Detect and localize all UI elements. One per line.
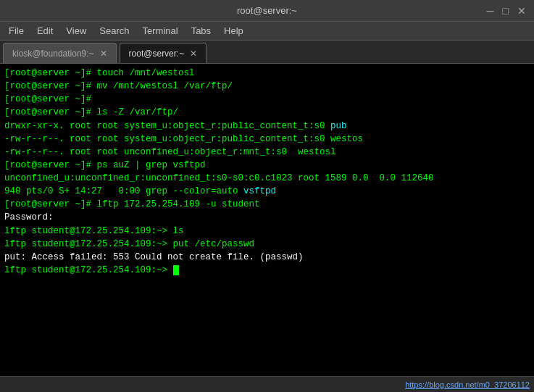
terminal-line: [root@server ~]# [4,93,530,106]
terminal-line: [root@server ~]# touch /mnt/westosl [4,67,530,80]
menu-bar: File Edit View Search Terminal Tabs Help [0,22,534,41]
terminal-line: drwxr-xr-x. root root system_u:object_r:… [4,120,530,133]
window-title: root@server:~ [237,5,297,16]
tab-kiosk-close[interactable]: ✕ [100,49,107,59]
menu-tabs[interactable]: Tabs [185,24,217,38]
tab-bar: kiosk@foundation9:~ ✕ root@server:~ ✕ [0,41,534,64]
terminal-line: unconfined_u:unconfined_r:unconfined_t:s… [4,172,530,185]
status-link[interactable]: https://blog.csdn.net/m0_37206112 [405,380,530,389]
menu-help[interactable]: Help [218,24,249,38]
tab-root-label: root@server:~ [129,49,185,59]
terminal-line: lftp student@172.25.254.109:~> put /etc/… [4,238,530,251]
menu-terminal[interactable]: Terminal [137,24,184,38]
terminal-line: [root@server ~]# ls -Z /var/ftp/ [4,106,530,119]
menu-edit[interactable]: Edit [31,24,59,38]
menu-search[interactable]: Search [93,24,135,38]
terminal-line: [root@server ~]# mv /mnt/westosl /var/ft… [4,80,530,93]
terminal-line: 940 pts/0 S+ 14:27 0:00 grep --color=aut… [4,185,530,198]
terminal-line: -rw-r--r--. root root unconfined_u:objec… [4,146,530,159]
tab-kiosk-label: kiosk@foundation9:~ [12,49,94,59]
close-button[interactable]: ✕ [515,5,528,17]
terminal-line: put: Access failed: 553 Could not create… [4,251,530,264]
terminal-line: [root@server ~]# lftp 172.25.254.109 -u … [4,198,530,211]
terminal-line: lftp student@172.25.254.109:~> [4,264,530,277]
terminal-line: Password: [4,211,530,224]
window-controls[interactable]: ─ □ ✕ [485,5,528,17]
tab-root[interactable]: root@server:~ ✕ [120,43,207,63]
terminal-output[interactable]: [root@server ~]# touch /mnt/westosl[root… [0,64,534,376]
tab-root-close[interactable]: ✕ [190,49,197,59]
minimize-button[interactable]: ─ [485,5,496,17]
terminal-line: -rw-r--r--. root root system_u:object_r:… [4,133,530,146]
menu-file[interactable]: File [3,24,30,38]
title-bar: root@server:~ ─ □ ✕ [0,0,534,22]
menu-view[interactable]: View [60,24,92,38]
status-bar: https://blog.csdn.net/m0_37206112 [0,376,534,392]
maximize-button[interactable]: □ [501,5,511,17]
tab-kiosk[interactable]: kiosk@foundation9:~ ✕ [3,43,117,63]
terminal-line: lftp student@172.25.254.109:~> ls [4,225,530,238]
terminal-cursor [173,265,179,275]
terminal-line: [root@server ~]# ps auZ | grep vsftpd [4,159,530,172]
